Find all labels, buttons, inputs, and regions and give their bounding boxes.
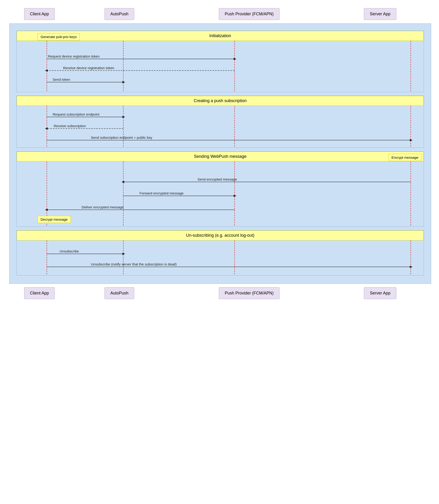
participant-autopush-bottom: AutoPush [70, 287, 169, 299]
svg-marker-12 [122, 81, 125, 83]
svg-text:Unsubscribe (notify server tha: Unsubscribe (notify server that the subs… [91, 262, 177, 266]
sequence-diagram: Initialization Request device registrati… [9, 24, 431, 284]
section-webpush: Sending WebPush message Send encrypted m… [16, 151, 424, 227]
svg-marker-25 [410, 139, 413, 141]
svg-marker-45 [122, 253, 125, 255]
provider-label-top: Push Provider (FCM/APN) [219, 8, 279, 20]
participant-server-bottom: Server App [329, 287, 431, 299]
diagram-container: Client App AutoPush Push Provider (FCM/A… [0, 0, 439, 504]
section-initialization: Initialization Request device registrati… [16, 31, 424, 92]
participant-client-top: Client App [9, 8, 70, 20]
svg-text:Send token: Send token [53, 78, 70, 81]
svg-marker-6 [234, 58, 236, 60]
svg-marker-38 [45, 209, 48, 211]
participant-provider-bottom: Push Provider (FCM/APN) [169, 287, 329, 299]
note-encrypt-message: Encrypt message [389, 154, 421, 161]
client-app-label-top: Client App [24, 8, 55, 20]
note-generate-keys: Generate pub-priv keys [37, 33, 80, 40]
svg-text:Send encrypted message: Send encrypted message [197, 177, 237, 181]
svg-text:Receive subscription: Receive subscription [54, 124, 86, 128]
section-unsubscribe: Un-subscribing (e.g. account log-out) Un… [16, 230, 424, 275]
section-init-svg: Request device registration token Receiv… [17, 41, 425, 92]
svg-text:Request device registration to: Request device registration token [48, 54, 100, 58]
svg-marker-32 [122, 181, 124, 183]
svg-marker-9 [45, 69, 48, 72]
section-webpush-header: Sending WebPush message [17, 152, 424, 162]
svg-marker-19 [122, 116, 125, 118]
svg-text:Deliver encrypted message: Deliver encrypted message [82, 205, 124, 209]
participant-server-top: Server App [329, 8, 431, 20]
participant-client-bottom: Client App [9, 287, 70, 299]
section-sub-header: Creating a push subscription [17, 96, 424, 106]
svg-text:Forward encrypted message: Forward encrypted message [140, 191, 183, 195]
participants-bottom: Client App AutoPush Push Provider (FCM/A… [9, 284, 431, 303]
svg-text:Send subscription endpoint + p: Send subscription endpoint + public key [91, 136, 152, 140]
svg-marker-48 [410, 266, 413, 268]
svg-marker-22 [45, 127, 48, 130]
svg-text:Request subscription endpoint: Request subscription endpoint [53, 112, 100, 116]
section-sub-svg: Request subscription endpoint Receive su… [17, 106, 425, 148]
autopush-label-top: AutoPush [105, 8, 134, 20]
provider-label-bottom: Push Provider (FCM/APN) [219, 287, 279, 299]
autopush-label-bottom: AutoPush [105, 287, 134, 299]
server-label-top: Server App [364, 8, 396, 20]
participant-provider-top: Push Provider (FCM/APN) [169, 8, 329, 20]
section-subscription: Creating a push subscription Request sub… [16, 96, 424, 148]
client-app-label-bottom: Client App [24, 287, 55, 299]
participants-top: Client App AutoPush Push Provider (FCM/A… [9, 5, 431, 24]
section-unsub-svg: Unsubscribe Unsubscribe (notify server t… [17, 240, 425, 275]
svg-marker-35 [234, 195, 236, 197]
server-label-bottom: Server App [364, 287, 396, 299]
participant-autopush-top: AutoPush [70, 8, 169, 20]
svg-text:Receive device registration to: Receive device registration token [63, 66, 114, 70]
section-unsub-header: Un-subscribing (e.g. account log-out) [17, 231, 424, 240]
svg-text:Unsubscribe: Unsubscribe [60, 249, 79, 253]
note-decrypt-message: Decrypt message [37, 216, 71, 223]
section-webpush-svg: Send encrypted message Forward encrypted… [17, 162, 425, 226]
